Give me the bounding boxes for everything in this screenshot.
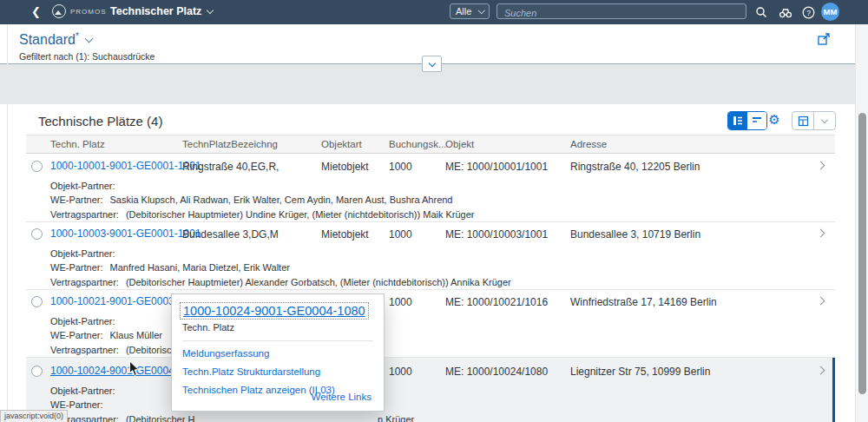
app-title-menu[interactable]: Technischer Platz	[110, 5, 213, 17]
col-techn-platz[interactable]: Techn. Platz	[50, 139, 105, 149]
col-objektart[interactable]: Objektart	[321, 139, 362, 149]
cell-buchungskreis: 1000	[389, 366, 412, 378]
export-menu-button[interactable]	[813, 112, 835, 129]
table-row[interactable]: 1000-10021-9001-GE0003-1016 1000 ME: 100…	[26, 290, 835, 358]
cell-adresse: Bundesallee 3, 10719 Berlin	[570, 228, 700, 241]
chevron-down-icon	[477, 7, 484, 14]
we-partner-line: WE-Partner:Manfred Hasani, Maria Dietzel…	[50, 262, 290, 273]
left-edge-divider	[7, 24, 8, 422]
scrollbar-thumb[interactable]	[858, 113, 866, 394]
row-chevron-icon[interactable]	[817, 229, 825, 238]
filter-info-text: Gefiltert nach (1): Suchausdrücke	[19, 51, 155, 62]
browser-status-tooltip: javascript:void(0)	[0, 410, 68, 422]
techn-platz-link[interactable]: 1000-10001-9001-GE0001-1001	[50, 160, 201, 172]
export-button-group	[792, 111, 836, 130]
back-icon[interactable]: ❮	[31, 5, 41, 18]
row-selected-indicator	[832, 358, 835, 422]
promos-logo-icon	[52, 4, 66, 18]
popup-more-links[interactable]: Weitere Links	[312, 392, 372, 402]
cell-adresse: Liegnitzer Str 75, 10999 Berlin	[570, 366, 710, 378]
row-radio[interactable]	[31, 296, 43, 307]
we-partner-line: WE-Partner:Klaus Müller	[50, 330, 162, 340]
table-header-row: Techn. Platz TechnPlatzBezeichng Objekta…	[26, 135, 835, 154]
row-chevron-icon[interactable]	[817, 162, 825, 170]
search-input-wrap	[496, 3, 746, 19]
quickview-popup: 1000-10024-9001-GE0004-1080 Techn. Platz…	[171, 293, 385, 412]
search-icon[interactable]	[753, 4, 769, 20]
objekt-partner-line: Objekt-Partner:	[50, 386, 115, 396]
cell-buchungskreis: 1000	[389, 228, 412, 241]
row-radio[interactable]	[31, 366, 43, 377]
chevron-down-icon	[84, 35, 93, 43]
share-icon[interactable]	[817, 32, 834, 49]
search-scope-value: Alle	[456, 6, 471, 16]
vertragspartner-line: Vertragspartner:(Debitorischer H	[50, 414, 194, 422]
popup-link-meldungserfassung[interactable]: Meldungserfassung	[182, 348, 373, 359]
condensed-view-button[interactable]	[747, 112, 766, 129]
table-settings-gear-icon[interactable]: ⚙	[766, 111, 783, 129]
col-adresse[interactable]: Adresse	[570, 139, 607, 149]
table-row[interactable]: 1000-10003-9001-GE0001-1001 Bundesallee …	[26, 222, 835, 290]
row-chevron-icon[interactable]	[817, 297, 825, 306]
binoculars-icon[interactable]	[778, 4, 793, 20]
table-row[interactable]: 1000-10001-9001-GE0001-1001 Ringstraße 4…	[26, 155, 835, 222]
vertragspartner-line: Vertragspartner:(Debitorischer Hauptmiet…	[50, 277, 511, 287]
col-objekt[interactable]: Objekt	[445, 139, 474, 149]
export-spreadsheet-icon[interactable]	[792, 112, 813, 129]
cell-objekt: ME: 1000/10003/1001	[445, 228, 548, 241]
vertragspartner-line: Vertragspartner:(Debitorischer Hauptmiet…	[50, 209, 475, 220]
col-bezeichnung[interactable]: TechnPlatzBezeichng	[182, 139, 278, 149]
row-chevron-icon[interactable]	[817, 366, 825, 375]
chevron-down-icon	[821, 116, 828, 123]
shell-bar: ❮ PROMOS Technischer Platz Alle ? MM	[0, 0, 868, 24]
detail-view-button[interactable]	[728, 112, 747, 129]
cell-objekt: ME: 1000/10001/1001	[445, 161, 548, 173]
techn-platz-link[interactable]: 1000-10003-9001-GE0001-1001	[50, 227, 201, 240]
scrollbar-track[interactable]	[855, 24, 868, 422]
app-title: Technischer Platz	[110, 5, 201, 17]
cell-buchungskreis: 1000	[389, 161, 412, 173]
user-avatar[interactable]: MM	[821, 3, 839, 21]
popup-divider	[182, 340, 373, 341]
promos-logo-text: PROMOS	[70, 8, 107, 16]
cell-adresse: Winfriedstraße 17, 14169 Berlin	[570, 296, 717, 308]
app-window: ❮ PROMOS Technischer Platz Alle ? MM Sta…	[0, 0, 868, 422]
search-scope-select[interactable]: Alle	[450, 3, 490, 19]
objekt-partner-line: Objekt-Partner:	[50, 248, 115, 259]
help-icon[interactable]: ?	[800, 4, 816, 20]
promos-logo: PROMOS	[52, 4, 107, 18]
objekt-partner-line: Objekt-Partner:	[50, 316, 115, 326]
search-input[interactable]	[497, 6, 746, 20]
cell-objekt: ME: 1000/10024/1080	[445, 366, 548, 378]
svg-text:?: ?	[806, 8, 811, 16]
cell-adresse: Ringstraße 40, 12205 Berlin	[570, 161, 700, 173]
we-partner-line: WE-Partner:Saskia Klupsch, Ali Radwan, E…	[50, 195, 452, 205]
row-radio[interactable]	[31, 228, 43, 240]
we-partner-line: WE-Partner:	[50, 399, 110, 410]
popup-link-strukturdarstellung[interactable]: Techn.Platz Strukturdarstellung	[182, 366, 373, 377]
objekt-partner-line: Objekt-Partner:	[50, 181, 115, 191]
vertragspartner-line-suffix: n Krüger	[378, 414, 414, 422]
chevron-down-icon	[207, 7, 214, 14]
col-buchungskreis[interactable]: Buchungsk...	[389, 139, 446, 149]
table-row[interactable]: 1000-10024-9001-GE0004-1080 1000 ME: 100…	[26, 358, 835, 422]
chevron-down-icon	[428, 59, 435, 66]
cell-bezeichnung: Ringstraße 40,EG,R,	[182, 161, 279, 173]
cell-buchungskreis: 1000	[389, 296, 412, 308]
cell-objektart: Mietobjekt	[321, 228, 369, 241]
cell-objekt: ME: 1000/10021/1016	[445, 296, 548, 308]
variant-modified-marker: *	[76, 31, 79, 41]
popup-subtitle: Techn. Platz	[182, 322, 373, 333]
cell-bezeichnung: Bundesallee 3,DG,M	[182, 228, 279, 241]
table-title: Technische Plätze (4)	[38, 114, 162, 129]
popup-title-link[interactable]: 1000-10024-9001-GE0004-1080	[180, 302, 369, 320]
view-toggle	[727, 111, 767, 130]
row-radio[interactable]	[31, 161, 43, 172]
header-collapse-button[interactable]	[422, 56, 442, 72]
variant-selector[interactable]: Standard*	[19, 31, 92, 48]
cell-objektart: Mietobjekt	[321, 161, 369, 173]
variant-title: Standard	[19, 32, 76, 47]
